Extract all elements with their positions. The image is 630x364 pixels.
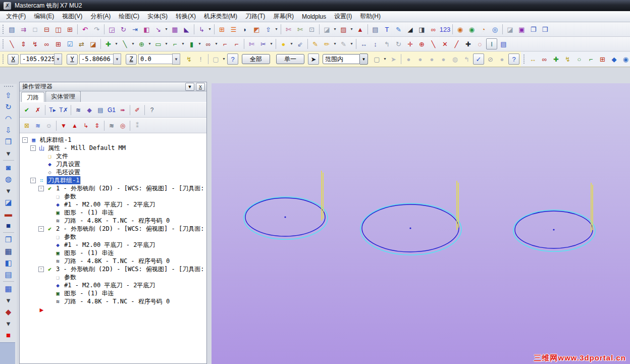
autocursor-intersect-icon[interactable]: ✕ [440,39,450,49]
center-point[interactable] [409,227,411,229]
y-coordinate-button[interactable]: Y [67,54,78,65]
file-convert-icon[interactable]: ⇉ [18,24,29,35]
tree-item-geometry[interactable]: ▣ 图形 - (1) 串连 [20,249,206,257]
viewport-single-icon[interactable]: □ [30,24,40,35]
tree-item-tool[interactable]: ◆ #1 - M2.00 平底刀 - 2平底刀 [20,200,206,209]
mask-circle-4-icon[interactable]: ● [438,54,449,65]
menu-item[interactable]: Moldplus [298,12,330,21]
menu-item[interactable]: 视图(V) [58,11,86,22]
backplot-icon[interactable]: ≋ [73,105,83,115]
color-swatch[interactable]: ■ [3,329,15,341]
tree-item-toolpath[interactable]: ≋ 刀路 - 4.8K - T.NC - 程序号码 0 [20,217,206,225]
shield-dropdown-icon[interactable]: ▾ [349,24,354,35]
menu-item[interactable]: 转换(X) [172,11,200,22]
plane-globe-icon[interactable]: ◉ [620,54,630,65]
analyze-angle-icon[interactable]: ↯ [30,39,40,49]
tree-expander[interactable]: - [30,178,36,183]
validate-selection-icon[interactable]: ✓ [473,54,484,65]
tree-item-operation-1[interactable]: - ✔ 1 - 外形铣削 (2D) - [WCS: 俯视图] - [刀具面: [20,184,206,192]
move-up-icon[interactable]: ▲ [70,120,80,131]
mask-circle-1-icon[interactable]: ● [403,54,414,65]
point-dropdown-icon[interactable]: ▾ [114,39,119,49]
world-green-icon[interactable]: ◉ [466,24,477,35]
menu-item[interactable]: 帮助(H) [356,11,385,22]
solids-manager-icon[interactable]: ▤ [3,269,15,280]
rings-icon[interactable]: ∞ [428,24,439,35]
views-dropdown-icon[interactable]: ▾ [3,318,15,329]
opman-help-icon[interactable]: ? [147,105,157,115]
roll-gray-icon[interactable]: ↰ [382,39,392,49]
geometry-select-icon[interactable]: ◎ [118,120,128,131]
select-cursor-icon[interactable]: ➤ [388,54,399,65]
lasso-cursor-icon[interactable]: ➤ [308,54,319,65]
y-coordinate-field[interactable]: -5.80606 [79,54,113,64]
create-line-icon[interactable]: ╲ [120,39,130,49]
pencil-gray-icon[interactable]: ✎ [338,39,349,49]
tree-item-toolpath-group[interactable]: - ∷ 刀具群组-1 [20,176,206,184]
fast-point-entry-icon[interactable]: I [486,38,497,49]
z-coordinate-field[interactable]: 0.0 [138,54,172,64]
highfeed-pen-icon[interactable]: ✐ [132,105,142,115]
undo-icon[interactable]: ↶ [80,24,90,35]
save-icon[interactable]: ▤ [7,24,17,35]
target-blue-icon[interactable]: ◎ [490,24,500,35]
plane-add-icon[interactable]: ✚ [551,54,561,65]
viewport-canvas[interactable] [212,83,630,364]
import-dropdown-icon[interactable]: ▾ [207,24,212,35]
tree-item-machine-group[interactable]: - ▦ 机床群组-1 [20,136,206,144]
gview-dropdown-icon[interactable]: ▾ [222,54,226,65]
viewport-split-vertical-icon[interactable]: ◫ [53,24,64,35]
fast-point-icon[interactable]: ↯ [184,54,194,65]
grid-bounds-icon[interactable]: ⊞ [217,24,227,35]
viewport-split-horizontal-icon[interactable]: ⊟ [41,24,52,35]
mask-globe-icon[interactable]: ◍ [450,54,460,65]
menu-item[interactable]: 屏幕(R) [269,11,298,22]
chamfer-icon[interactable]: ⌐ [220,39,230,49]
clear-selection-icon[interactable]: ⊘ [485,54,496,65]
panel-close-button[interactable]: X [196,83,205,91]
solids-fillet-icon[interactable]: ❒ [3,136,15,147]
verify-icon[interactable]: ◆ [84,105,94,115]
shade-icon[interactable]: ◗ [240,24,250,35]
fit-height-icon[interactable]: ↕ [370,39,381,49]
x-coordinate-button[interactable]: X [8,54,19,65]
tree-item-geometry[interactable]: ▣ 图形 - (1) 串连 [20,209,206,217]
analyze-position-icon[interactable]: ╲ [7,39,17,49]
autocursor-quadrant-icon[interactable]: ◌ [475,39,485,49]
operations-manager-titlebar[interactable]: 操作管理器 ▼ X [20,82,206,91]
menu-item[interactable]: 文件(F) [2,11,30,22]
hatch-shield-icon[interactable]: ▨ [338,24,349,35]
range-combo-dropdown-icon[interactable]: ▼ [360,54,368,65]
autocursor-help-icon[interactable]: ? [227,54,238,65]
menu-item[interactable]: 机床类型(M) [200,11,241,22]
glasses-dropdown-icon[interactable]: ▾ [214,39,219,49]
xform-roll-icon[interactable]: ◣ [181,24,192,35]
z-dropdown-icon[interactable]: ▼ [172,54,180,65]
regen-selected-icon[interactable]: T▸ [47,105,58,115]
move-insert-icon[interactable]: ↳ [81,120,91,131]
create-arc-icon[interactable]: ⊕ [136,39,147,49]
chamfer-2-icon[interactable]: ⌐ [231,39,242,49]
move-updown-icon[interactable]: ⇕ [92,120,102,131]
mask-circle-2-icon[interactable]: ● [415,54,426,65]
solids-loft-icon[interactable]: ⇩ [3,124,15,136]
plane-lightning-icon[interactable]: ↯ [562,54,573,65]
plane-polyline-icon[interactable]: ⌐ [586,54,596,65]
unselect-all-operations-icon[interactable]: ✗ [33,105,43,115]
xform-mirror-icon[interactable]: ◧ [141,24,152,35]
eraser-dropdown-icon[interactable]: ▾ [333,24,337,35]
tree-item-operation-3[interactable]: - ✔ 3 - 外形铣削 (2D) - [WCS: 俯视图] - [刀具面: [20,265,206,273]
analyze-area-icon[interactable]: ◪ [88,39,98,49]
center-point[interactable] [553,229,554,230]
create-cylinder-icon[interactable]: ▮ [186,39,197,49]
autocursor-center-icon[interactable]: ⊕ [416,39,427,49]
glasses-plane-icon[interactable]: ∞ [539,54,550,65]
center-point[interactable] [284,216,286,218]
analyze-swap-icon[interactable]: ⇄ [76,39,87,49]
range-mode-combo[interactable]: 范围内 [323,54,360,64]
tree-expander[interactable]: - [22,137,28,143]
plane-cube-icon[interactable]: ◆ [609,54,619,65]
fold-page-icon[interactable]: ❐ [528,24,539,35]
tab-toolpaths[interactable]: 刀路 [21,92,44,102]
xform-rotate-icon[interactable]: ↻ [118,24,129,35]
